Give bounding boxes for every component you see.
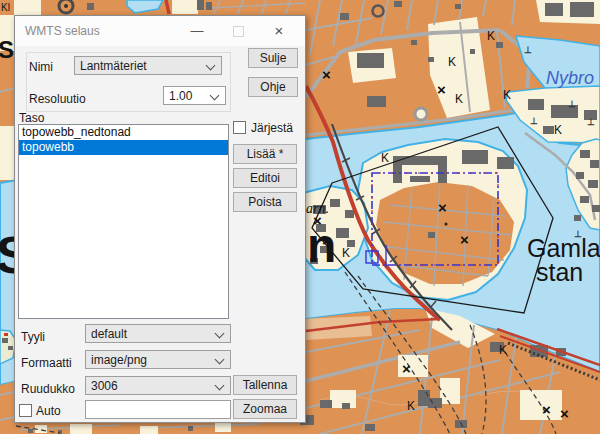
tyyli-combobox[interactable]: default — [85, 324, 231, 343]
lisaa-button[interactable]: Lisää * — [233, 144, 297, 164]
ruudukko-combobox[interactable]: 3006 — [85, 376, 231, 395]
editoi-button[interactable]: Editoi — [233, 168, 297, 188]
svg-text:×: × — [322, 66, 331, 83]
svg-text:K: K — [381, 151, 389, 165]
svg-text:×: × — [313, 212, 322, 229]
nimi-combobox[interactable]: Lantmäteriet — [74, 56, 222, 75]
chevron-down-icon — [210, 91, 220, 101]
maximize-icon — [233, 26, 244, 37]
tallenna-button[interactable]: Tallenna — [233, 375, 297, 395]
svg-text:×: × — [437, 81, 446, 98]
svg-text:×: × — [322, 232, 331, 249]
poista-button[interactable]: Poista — [233, 192, 297, 212]
chevron-down-icon — [215, 355, 225, 365]
sulje-button[interactable]: Sulje — [248, 48, 298, 68]
ruudukko-value: 3006 — [91, 379, 118, 393]
nimi-label: Nimi — [29, 60, 53, 74]
svg-text:K: K — [455, 92, 463, 106]
svg-text:K: K — [499, 343, 507, 357]
layer-list-item[interactable]: topowebb_nedtonad — [19, 125, 228, 140]
auto-input[interactable] — [85, 400, 231, 419]
svg-text:K: K — [503, 88, 511, 102]
resoluutio-label: Resoluutio — [29, 92, 86, 106]
svg-text:K: K — [407, 399, 415, 413]
tyyli-label: Tyyli — [21, 330, 45, 344]
app-window: Gamla stan Nybro arn. n S S Kl K K K K K… — [0, 0, 600, 434]
wmts-dialog: WMTS selaus — × Nimi Lantmäteriet Resolu… — [14, 15, 306, 423]
svg-text:K: K — [342, 246, 350, 260]
dialog-title: WMTS selaus — [25, 24, 100, 38]
resoluutio-combobox[interactable]: 1.00 — [163, 86, 226, 105]
label-kl-fragment: Kl — [1, 2, 10, 13]
minimize-icon: — — [191, 23, 204, 38]
chevron-down-icon — [206, 61, 216, 71]
svg-text:×: × — [542, 401, 551, 418]
nimi-value: Lantmäteriet — [80, 59, 147, 73]
formaatti-value: image/png — [91, 353, 147, 367]
svg-text:×: × — [560, 405, 569, 422]
titlebar[interactable]: WMTS selaus — × — [15, 16, 305, 46]
label-stan: stan — [536, 258, 583, 286]
minimize-button[interactable]: — — [182, 20, 212, 42]
maximize-button[interactable] — [223, 20, 253, 42]
svg-text:⊥: ⊥ — [524, 45, 532, 55]
formaatti-combobox[interactable]: image/png — [85, 350, 231, 369]
svg-text:⊥: ⊥ — [530, 116, 538, 126]
svg-text:×: × — [460, 231, 469, 248]
chevron-down-icon — [215, 329, 225, 339]
close-icon: × — [275, 22, 284, 39]
ohje-button[interactable]: Ohje — [248, 77, 298, 97]
formaatti-label: Formaatti — [21, 356, 72, 370]
svg-text:⊥: ⊥ — [574, 229, 582, 239]
auto-checkbox[interactable] — [19, 404, 32, 417]
auto-label: Auto — [36, 404, 61, 418]
resoluutio-value: 1.00 — [169, 89, 192, 103]
layer-list-item-selected[interactable]: topowebb — [19, 140, 228, 155]
svg-text:K: K — [554, 123, 562, 137]
svg-text:×: × — [438, 199, 447, 216]
close-button[interactable]: × — [264, 20, 294, 42]
taso-label: Taso — [19, 111, 44, 125]
zoomaa-button[interactable]: Zoomaa — [233, 399, 297, 419]
jarjesta-label: Järjestä — [251, 121, 293, 135]
svg-text:K: K — [448, 55, 456, 69]
layer-listbox[interactable]: topowebb_nedtonad topowebb — [18, 124, 229, 319]
label-s-small-fragment: S — [0, 36, 14, 63]
svg-text:⊥: ⊥ — [568, 99, 576, 109]
svg-text:×: × — [402, 360, 411, 377]
svg-text:⊥: ⊥ — [587, 117, 595, 127]
tyyli-value: default — [91, 327, 127, 341]
jarjesta-checkbox[interactable] — [233, 121, 246, 134]
label-nybro: Nybro — [546, 68, 594, 88]
svg-text:K: K — [487, 29, 495, 43]
ruudukko-label: Ruudukko — [21, 382, 75, 396]
chevron-down-icon — [215, 381, 225, 391]
